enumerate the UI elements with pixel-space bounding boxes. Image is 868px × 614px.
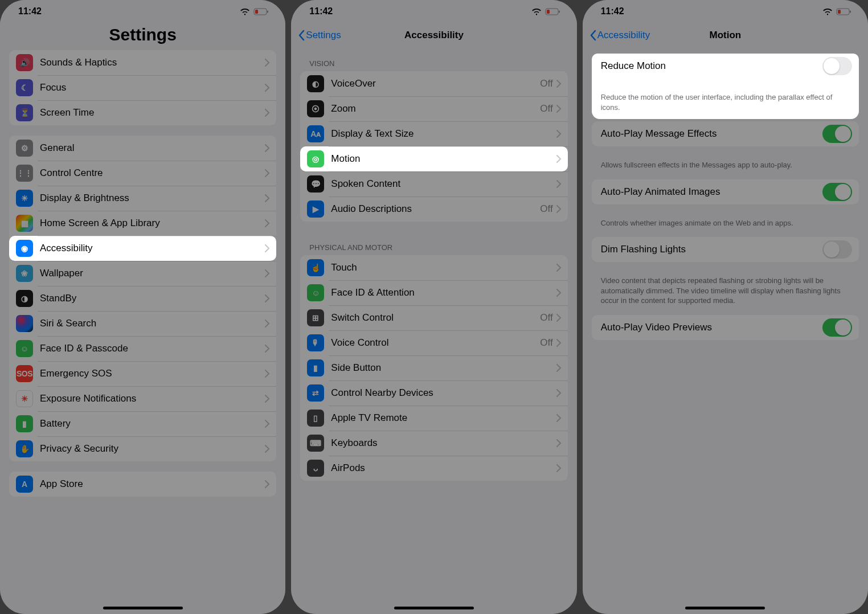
toggle-switch[interactable] <box>822 240 852 259</box>
settings-row-spoken-content[interactable]: 💬 Spoken Content <box>300 171 567 197</box>
faceid-icon: ☺ <box>16 340 33 357</box>
settings-row-accessibility[interactable]: ◉ Accessibility <box>9 236 276 261</box>
back-button[interactable]: Settings <box>298 30 341 41</box>
settings-row-apple-tv-remote[interactable]: ▯ Apple TV Remote <box>300 406 567 431</box>
chevron-right-icon <box>556 289 561 297</box>
toggle-switch[interactable] <box>822 125 852 143</box>
settings-row-reduce-motion[interactable]: Reduce Motion <box>592 54 859 79</box>
settings-row-face-id-attention[interactable]: ☺ Face ID & Attention <box>300 280 567 305</box>
wifi-icon <box>531 8 542 15</box>
settings-row-keyboards[interactable]: ⌨ Keyboards <box>300 431 567 456</box>
wifi-icon <box>240 8 250 15</box>
page-title: Settings <box>0 23 285 50</box>
chevron-right-icon <box>265 320 269 328</box>
chevron-right-icon <box>265 84 269 92</box>
home-indicator[interactable] <box>394 607 474 609</box>
settings-row-screen-time[interactable]: ⏳ Screen Time <box>9 100 276 125</box>
home-screen-icon: ▦ <box>16 215 33 232</box>
settings-row-siri-search[interactable]: Siri & Search <box>9 311 276 336</box>
row-label: Auto-Play Message Effects <box>601 128 822 140</box>
row-label: Motion <box>331 153 556 165</box>
settings-row-side-button[interactable]: ▮ Side Button <box>300 355 567 380</box>
back-label: Accessibility <box>597 30 650 41</box>
footer-text: Video content that depicts repeated flas… <box>592 272 859 315</box>
appstore-icon: A <box>16 476 33 493</box>
audiodesc-icon: ▶ <box>307 200 324 218</box>
row-detail: Off <box>540 312 552 324</box>
switch-icon: ⊞ <box>307 309 324 326</box>
battery-icon: ▮ <box>16 415 33 432</box>
settings-row-face-id-passcode[interactable]: ☺ Face ID & Passcode <box>9 336 276 361</box>
chevron-right-icon <box>265 345 269 353</box>
battery-low-icon <box>836 8 852 15</box>
row-detail: Off <box>540 78 552 89</box>
chevron-right-icon <box>265 445 269 453</box>
row-label: Switch Control <box>331 312 540 324</box>
settings-row-app-store[interactable]: A App Store <box>9 472 276 497</box>
home-indicator[interactable] <box>103 607 183 609</box>
standby-icon: ◑ <box>16 290 33 307</box>
settings-row-general[interactable]: ⚙ General <box>9 136 276 161</box>
focus-icon: ☾ <box>16 79 33 96</box>
settings-row-touch[interactable]: ☝ Touch <box>300 255 567 280</box>
status-time: 11:42 <box>18 6 42 17</box>
settings-row-dim-flashing-lights[interactable]: Dim Flashing Lights <box>592 237 859 262</box>
settings-row-standby[interactable]: ◑ StandBy <box>9 286 276 311</box>
settings-row-wallpaper[interactable]: ❀ Wallpaper <box>9 261 276 286</box>
chevron-right-icon <box>265 370 269 378</box>
settings-row-display-brightness[interactable]: ☀ Display & Brightness <box>9 186 276 211</box>
settings-row-privacy-security[interactable]: ✋ Privacy & Security <box>9 436 276 461</box>
svg-rect-2 <box>267 10 268 13</box>
row-label: Keyboards <box>331 437 556 449</box>
faceid2-icon: ☺ <box>307 284 324 301</box>
settings-row-home-screen-app-library[interactable]: ▦ Home Screen & App Library <box>9 211 276 236</box>
settings-row-motion[interactable]: ◎ Motion <box>300 146 567 171</box>
row-label: Auto-Play Animated Images <box>601 186 822 198</box>
sos-icon: SOS <box>16 365 33 382</box>
status-bar: 11:42 <box>0 0 285 23</box>
svg-rect-5 <box>559 10 560 13</box>
chevron-right-icon <box>265 244 269 252</box>
back-button[interactable]: Accessibility <box>589 30 650 41</box>
settings-row-auto-play-animated-images[interactable]: Auto-Play Animated Images <box>592 179 859 204</box>
settings-row-emergency-sos[interactable]: SOS Emergency SOS <box>9 361 276 386</box>
row-label: Wallpaper <box>40 268 265 279</box>
settings-row-control-centre[interactable]: ⋮⋮ Control Centre <box>9 161 276 186</box>
chevron-right-icon <box>556 414 561 422</box>
home-indicator[interactable] <box>685 607 765 609</box>
settings-row-auto-play-message-effects[interactable]: Auto-Play Message Effects <box>592 121 859 146</box>
settings-row-exposure-notifications[interactable]: ☀ Exposure Notifications <box>9 386 276 411</box>
settings-group: ◐ VoiceOver Off ⦿ Zoom Off Aᴀ Display & … <box>300 71 567 222</box>
settings-row-airpods[interactable]: ᴗ AirPods <box>300 456 567 481</box>
toggle-switch[interactable] <box>822 183 852 201</box>
zoom-icon: ⦿ <box>307 100 324 117</box>
row-label: App Store <box>40 478 265 490</box>
general-icon: ⚙ <box>16 140 33 157</box>
toggle-switch[interactable] <box>822 57 852 75</box>
voicecontrol-icon: 🎙 <box>307 334 324 351</box>
row-label: Face ID & Attention <box>331 287 556 298</box>
settings-row-zoom[interactable]: ⦿ Zoom Off <box>300 96 567 121</box>
settings-row-sounds-haptics[interactable]: 🔊 Sounds & Haptics <box>9 50 276 75</box>
settings-row-voice-control[interactable]: 🎙 Voice Control Off <box>300 330 567 355</box>
back-label: Settings <box>306 30 341 41</box>
settings-row-battery[interactable]: ▮ Battery <box>9 411 276 436</box>
wallpaper-icon: ❀ <box>16 265 33 282</box>
row-detail: Off <box>540 337 552 349</box>
settings-row-display-text-size[interactable]: Aᴀ Display & Text Size <box>300 121 567 146</box>
settings-row-focus[interactable]: ☾ Focus <box>9 75 276 100</box>
settings-row-switch-control[interactable]: ⊞ Switch Control Off <box>300 305 567 330</box>
row-label: Touch <box>331 262 556 273</box>
settings-row-voiceover[interactable]: ◐ VoiceOver Off <box>300 71 567 96</box>
settings-group: Reduce Motion <box>592 54 859 79</box>
settings-row-auto-play-video-previews[interactable]: Auto-Play Video Previews <box>592 315 859 340</box>
chevron-left-icon <box>298 30 305 41</box>
toggle-switch[interactable] <box>822 318 852 337</box>
chevron-right-icon <box>556 80 561 88</box>
sound-icon: 🔊 <box>16 54 33 71</box>
chevron-right-icon <box>556 339 561 347</box>
settings-row-control-nearby-devices[interactable]: ⇄ Control Nearby Devices <box>300 380 567 406</box>
chevron-right-icon <box>265 59 269 67</box>
settings-row-audio-descriptions[interactable]: ▶ Audio Descriptions Off <box>300 197 567 222</box>
status-bar: 11:42 <box>291 0 576 23</box>
